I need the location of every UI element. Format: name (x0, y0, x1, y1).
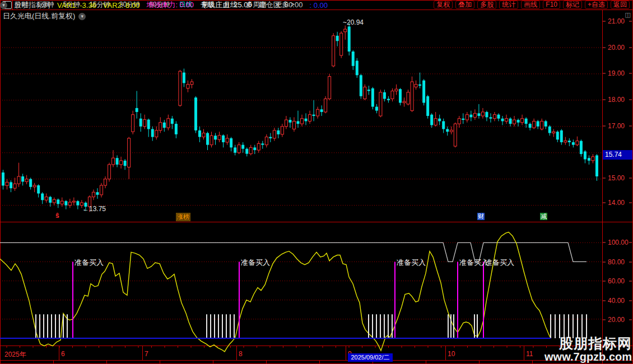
stock-title: 日久光电(日线.前复权) (3, 11, 75, 21)
app-window: 分时1分钟5分钟15分钟30分钟60分钟日线周线月线多周期更多 > 复权叠加多股… (0, 0, 633, 364)
title-chevron-down-icon[interactable]: ▾ (78, 13, 86, 20)
chart-canvas[interactable] (0, 0, 633, 364)
window-split-icon[interactable]: ◫ (625, 11, 631, 18)
stock-title-row: 日久光电(日线.前复权) ▾ (3, 11, 86, 21)
